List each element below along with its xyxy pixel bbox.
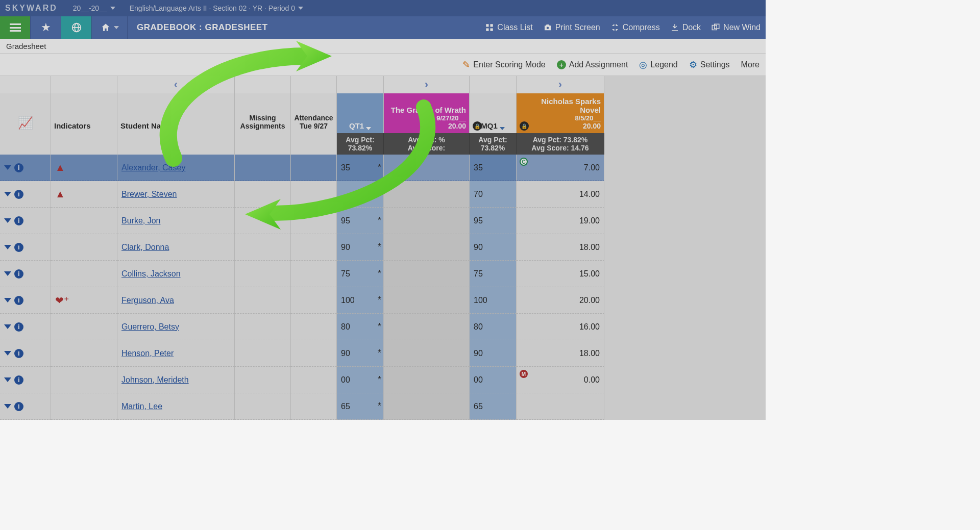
assignment-1-cell[interactable]: * — [384, 393, 470, 420]
next-assignment-2[interactable]: › — [517, 76, 604, 93]
qt1-cell[interactable] — [337, 181, 384, 208]
chevron-down-icon — [500, 127, 505, 130]
assignment-1-cell[interactable]: * — [384, 287, 470, 314]
qt1-cell[interactable]: 95 — [337, 208, 384, 234]
assignment-2-cell[interactable]: 18.00 — [517, 340, 604, 367]
student-cell[interactable]: Alexander, Casey — [117, 155, 235, 181]
row-expand[interactable]: i — [0, 261, 51, 287]
assignment-2-cell[interactable]: 15.00 — [517, 261, 604, 287]
assignment-1-cell[interactable]: * — [384, 367, 470, 393]
mq1-cell[interactable]: 80 — [470, 314, 517, 340]
assignment-2-cell[interactable]: 19.00 — [517, 208, 604, 234]
mq1-cell[interactable]: 90 — [470, 340, 517, 367]
assignment-1-cell[interactable]: * — [384, 181, 470, 208]
compress-button[interactable]: Compress — [610, 23, 660, 32]
student-link[interactable]: Brewer, Steven — [121, 190, 177, 199]
row-expand[interactable]: i — [0, 208, 51, 234]
assignment-2-cell[interactable] — [517, 393, 604, 420]
add-assignment-button[interactable]: + Add Assignment — [557, 60, 628, 69]
student-link[interactable]: Johnson, Merideth — [121, 375, 189, 385]
student-cell[interactable]: Brewer, Steven — [117, 181, 235, 208]
legend-button[interactable]: ◎ Legend — [639, 59, 677, 70]
print-screen-button[interactable]: Print Screen — [543, 23, 600, 32]
qt1-cell[interactable]: 65 — [337, 393, 384, 420]
enter-scoring-button[interactable]: ✎ Enter Scoring Mode — [462, 59, 545, 70]
student-link[interactable]: Collins, Jackson — [121, 269, 181, 279]
student-link[interactable]: Clark, Donna — [121, 243, 169, 252]
student-link[interactable]: Burke, Jon — [121, 216, 160, 225]
qt1-cell[interactable]: 80 — [337, 314, 384, 340]
favorites-button[interactable]: ★ — [31, 16, 61, 39]
student-link[interactable]: Martin, Lee — [121, 402, 162, 411]
trends-header[interactable]: 📈 — [0, 93, 51, 133]
qt1-header[interactable]: QT1 — [337, 93, 384, 133]
mq1-cell[interactable]: 95 — [470, 208, 517, 234]
mq1-cell[interactable]: 70 — [470, 181, 517, 208]
mq1-cell[interactable]: 75 — [470, 261, 517, 287]
prev-student-page[interactable]: ‹ — [117, 76, 235, 93]
globe-button[interactable] — [61, 16, 92, 39]
student-link[interactable]: Alexander, Casey — [121, 163, 185, 172]
assignment-2-cell[interactable]: C7.00 — [517, 155, 604, 181]
mq1-cell[interactable]: 00 — [470, 367, 517, 393]
class-list-button[interactable]: Class List — [485, 23, 532, 32]
student-cell[interactable]: Ferguson, Ava — [117, 287, 235, 314]
indicators-header[interactable]: Indicators — [51, 93, 117, 133]
settings-button[interactable]: ⚙ Settings — [689, 59, 730, 70]
menu-button[interactable] — [0, 16, 31, 39]
qt1-cell[interactable]: 35 — [337, 155, 384, 181]
row-expand[interactable]: i — [0, 340, 51, 367]
student-cell[interactable]: Johnson, Merideth — [117, 367, 235, 393]
assignment-1-cell[interactable]: * — [384, 208, 470, 234]
dock-button[interactable]: Dock — [670, 23, 701, 32]
qt1-cell[interactable]: 90 — [337, 234, 384, 261]
year-selector[interactable]: 20__-20__ — [73, 4, 115, 12]
more-button[interactable]: More — [741, 60, 760, 69]
student-cell[interactable]: Henson, Peter — [117, 340, 235, 367]
qt1-cell[interactable]: 00 — [337, 367, 384, 393]
assignment-2-cell[interactable]: 14.00 — [517, 181, 604, 208]
row-expand[interactable]: i — [0, 181, 51, 208]
student-cell[interactable]: Martin, Lee — [117, 393, 235, 420]
next-assignment-1[interactable]: › — [384, 76, 470, 93]
student-link[interactable]: Ferguson, Ava — [121, 296, 174, 305]
missing-header[interactable]: Missing Assignments — [235, 93, 291, 133]
new-window-button[interactable]: New Wind — [711, 23, 761, 32]
mq1-cell[interactable]: 100 — [470, 287, 517, 314]
qt1-cell[interactable]: 90 — [337, 340, 384, 367]
assignment-1-cell[interactable]: * — [384, 261, 470, 287]
assignment-1-cell[interactable]: * — [384, 234, 470, 261]
mq1-cell[interactable]: 65 — [470, 393, 517, 420]
home-button[interactable] — [92, 16, 128, 39]
assignment-1-cell[interactable]: * — [384, 155, 470, 181]
row-expand[interactable]: i — [0, 314, 51, 340]
student-cell[interactable]: Burke, Jon — [117, 208, 235, 234]
row-expand[interactable]: i — [0, 234, 51, 261]
student-cell[interactable]: Clark, Donna — [117, 234, 235, 261]
row-expand[interactable]: i — [0, 367, 51, 393]
indicator-cell: ❤⁺ — [51, 287, 117, 314]
mq1-cell[interactable]: 90 — [470, 234, 517, 261]
assignment-1-cell[interactable]: * — [384, 314, 470, 340]
student-link[interactable]: Henson, Peter — [121, 349, 174, 358]
student-name-header[interactable]: ↑ Student Name — [117, 93, 235, 133]
assignment-2-cell[interactable]: M0.00 — [517, 367, 604, 393]
student-cell[interactable]: Guerrero, Betsy — [117, 314, 235, 340]
row-expand[interactable]: i — [0, 393, 51, 420]
qt1-cell[interactable]: 100 — [337, 287, 384, 314]
qt1-cell[interactable]: 75 — [337, 261, 384, 287]
mq1-header[interactable]: MQ1 🔒 — [470, 93, 517, 133]
assignment-1-cell[interactable]: * — [384, 340, 470, 367]
mq1-cell[interactable]: 35 — [470, 155, 517, 181]
assignment-2-cell[interactable]: 16.00 — [517, 314, 604, 340]
row-expand[interactable]: i — [0, 287, 51, 314]
assignment-2-cell[interactable]: 18.00 — [517, 234, 604, 261]
student-link[interactable]: Guerrero, Betsy — [121, 322, 179, 332]
attendance-header[interactable]: Attendance Tue 9/27 — [291, 93, 337, 133]
assignment-1-header[interactable]: The Grapes of Wrath 9/27/20__ 20.00 — [384, 93, 470, 133]
row-expand[interactable]: i — [0, 155, 51, 181]
assignment-2-header[interactable]: Nicholas Sparks Novel 8/5/20__ 20.00 🔒 — [517, 93, 604, 133]
course-selector[interactable]: English/Language Arts II · Section 02 · … — [130, 4, 303, 12]
assignment-2-cell[interactable]: 20.00 — [517, 287, 604, 314]
student-cell[interactable]: Collins, Jackson — [117, 261, 235, 287]
